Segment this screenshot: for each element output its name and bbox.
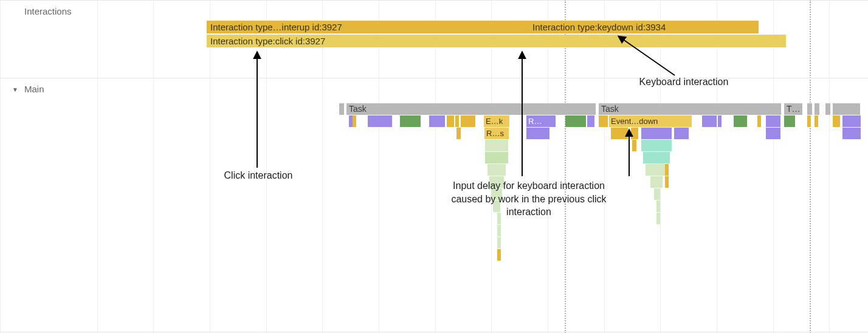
flame-block[interactable]	[368, 115, 392, 127]
task-bar-2[interactable]: Task	[599, 103, 781, 115]
flame-block[interactable]	[718, 115, 722, 127]
task-bar-6[interactable]	[825, 103, 830, 115]
flame-block[interactable]	[485, 152, 508, 163]
flame-block[interactable]	[487, 164, 506, 176]
flame-block[interactable]	[842, 128, 861, 139]
flame-block[interactable]	[565, 115, 586, 127]
flame-block[interactable]	[665, 164, 669, 176]
interactions-track-label[interactable]: Interactions	[24, 6, 72, 16]
main-track-label[interactable]: Main	[24, 84, 44, 94]
flame-block[interactable]	[643, 152, 670, 163]
flame-block[interactable]	[766, 115, 780, 127]
flame-block[interactable]	[833, 115, 840, 127]
flame-block[interactable]	[526, 128, 549, 139]
flame-block[interactable]	[766, 128, 780, 139]
flame-block[interactable]	[674, 128, 689, 139]
flame-block[interactable]	[656, 201, 660, 212]
flame-block[interactable]	[497, 225, 501, 236]
flame-block[interactable]	[353, 115, 356, 127]
flame-block-rs[interactable]: R…s	[484, 128, 509, 139]
annotation-keyboard: Keyboard interaction	[623, 77, 745, 88]
flame-block[interactable]	[456, 128, 461, 139]
flame-block[interactable]	[650, 176, 663, 188]
flame-block[interactable]	[784, 115, 795, 127]
flame-block-rdots[interactable]: R…	[526, 115, 556, 127]
task-bar-3[interactable]: T…	[784, 103, 802, 115]
flame-block[interactable]	[702, 115, 717, 127]
flame-block[interactable]	[461, 115, 475, 127]
flame-block[interactable]	[447, 115, 454, 127]
main-track-disclosure[interactable]: ▼	[12, 86, 18, 93]
task-bar-1[interactable]: Task	[346, 103, 596, 115]
flame-block[interactable]	[429, 115, 445, 127]
flame-block[interactable]	[497, 237, 501, 249]
flame-block[interactable]	[587, 115, 594, 127]
task-bar-7[interactable]	[833, 103, 860, 115]
flame-block[interactable]	[656, 213, 660, 224]
annotation-inputdelay: Input delay for keyboard interaction cau…	[450, 179, 608, 219]
flame-block[interactable]	[757, 115, 761, 127]
flame-block[interactable]	[631, 128, 638, 139]
flame-block[interactable]	[807, 115, 811, 127]
flame-block-eventdown[interactable]: Event…down	[609, 115, 692, 127]
flame-block[interactable]	[497, 249, 501, 261]
marker-line-2	[810, 0, 811, 333]
marker-line-1	[565, 0, 566, 333]
flame-block[interactable]	[665, 176, 669, 188]
flame-block[interactable]	[646, 164, 667, 176]
flame-block[interactable]	[599, 115, 608, 127]
flame-block[interactable]	[641, 128, 672, 139]
task-bar-5[interactable]	[815, 103, 819, 115]
annotation-click: Click interaction	[216, 170, 301, 181]
flame-block[interactable]	[641, 140, 672, 151]
flame-block[interactable]	[632, 140, 636, 151]
task-bar-0[interactable]	[339, 103, 344, 115]
flame-block[interactable]	[611, 128, 628, 139]
flame-block[interactable]	[654, 188, 660, 200]
interaction-pointerup[interactable]: Interaction type…interup id:3927	[207, 21, 529, 34]
flame-block-ek[interactable]: E…k	[484, 115, 509, 127]
flame-block[interactable]	[485, 140, 508, 151]
flame-block[interactable]	[400, 115, 421, 127]
flame-block[interactable]	[815, 115, 818, 127]
interaction-click[interactable]: Interaction type:click id:3927	[207, 35, 786, 48]
flame-block[interactable]	[842, 115, 861, 127]
task-bar-4[interactable]	[807, 103, 812, 115]
flame-block[interactable]	[734, 115, 747, 127]
interaction-keydown[interactable]: Interaction type:keydown id:3934	[529, 21, 759, 34]
flame-block[interactable]	[455, 115, 459, 127]
